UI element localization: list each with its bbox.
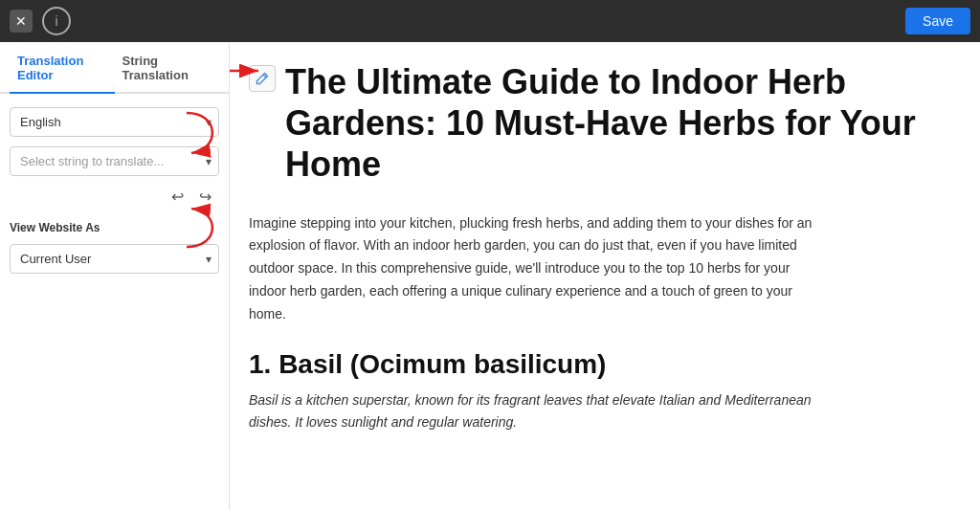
view-as-select[interactable]: Current User Visitor Admin [10,244,219,274]
info-icon: i [55,13,57,29]
close-button[interactable]: ✕ [10,10,33,33]
string-select-wrapper: Select string to translate... ▾ [10,146,219,176]
toolbar: ✕ i Save [0,0,980,42]
tab-string-translation[interactable]: String Translation [115,42,220,94]
section-heading: 1. Basil (Ocimum basilicum) [249,349,942,380]
string-select[interactable]: Select string to translate... [10,146,219,176]
article-intro: Imagine stepping into your kitchen, pluc… [249,212,823,326]
tabs-container: Translation Editor String Translation [0,42,229,94]
language-select[interactable]: English Spanish French German [10,107,219,137]
redo-button[interactable]: ↪ [195,186,215,208]
close-icon: ✕ [15,13,27,29]
panel-content: English Spanish French German ▾ Select s… [0,94,229,221]
right-content: The Ultimate Guide to Indoor Herb Garden… [230,42,980,510]
undo-redo-bar: ↩ ↪ [10,186,219,208]
save-button[interactable]: Save [905,8,970,34]
tab-translation-editor[interactable]: Translation Editor [10,42,115,94]
view-as-section: View Website As Current User Visitor Adm… [0,221,229,287]
left-panel: Translation Editor String Translation En… [0,42,230,510]
edit-icon-button[interactable] [249,65,276,92]
section-text: Basil is a kitchen superstar, known for … [249,389,823,435]
view-as-label: View Website As [10,221,219,234]
pencil-icon [256,72,269,85]
info-button[interactable]: i [42,7,71,35]
language-select-wrapper: English Spanish French German ▾ [10,107,219,137]
view-as-select-wrapper: Current User Visitor Admin ▾ [10,244,219,274]
main-layout: Translation Editor String Translation En… [0,42,980,510]
edit-icon-area: The Ultimate Guide to Indoor Herb Garden… [249,61,942,205]
undo-button[interactable]: ↩ [167,186,188,208]
article-title: The Ultimate Guide to Indoor Herb Garden… [285,61,942,186]
